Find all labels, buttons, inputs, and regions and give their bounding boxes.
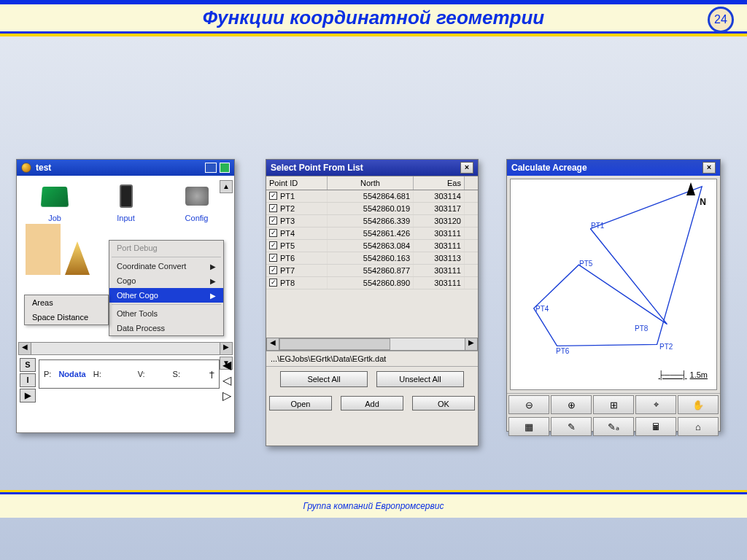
- zoom-window-button[interactable]: ⌖: [635, 395, 676, 414]
- panel-points-title: Select Point From List: [271, 163, 363, 173]
- select-all-button[interactable]: Select All: [280, 371, 368, 387]
- title-band: Функции координатной геометрии 24: [0, 4, 747, 34]
- close-icon[interactable]: ×: [703, 162, 716, 174]
- hscroll-left[interactable]: ◀: [18, 342, 31, 355]
- checkbox-icon[interactable]: ✓: [269, 204, 277, 212]
- battery-icon: [205, 163, 217, 173]
- menu-data-process[interactable]: Data Process: [109, 321, 223, 335]
- table-row[interactable]: ✓PT55542863.084303111: [266, 240, 478, 252]
- rbtn-1[interactable]: ◀: [222, 358, 231, 372]
- tripod-icon: [65, 241, 90, 275]
- label-pt5: PT5: [579, 260, 592, 268]
- table-row[interactable]: ✓PT45542861.426303111: [266, 228, 478, 240]
- status-green-icon: [220, 163, 230, 173]
- panel-acreage-title: Calculate Acreage: [511, 163, 587, 173]
- submenu-areas[interactable]: Areas: [25, 295, 108, 310]
- tbl-hscroll-thumb[interactable]: [279, 338, 390, 350]
- toolbar-row-2: ▦ ✎ ✎ₐ 🖩 ⌂: [507, 416, 720, 438]
- table-row[interactable]: ✓PT75542860.877303111: [266, 265, 478, 277]
- menu-other-cogo[interactable]: Other Cogo▶: [109, 288, 223, 303]
- pda-icon: [120, 184, 133, 208]
- checkbox-icon[interactable]: ✓: [269, 266, 277, 274]
- tbl-hscroll-right[interactable]: ▶: [465, 338, 478, 351]
- checkbox-icon[interactable]: ✓: [269, 254, 277, 262]
- checkbox-icon[interactable]: ✓: [269, 217, 277, 225]
- table-hscroll[interactable]: ◀ ▶: [266, 338, 478, 351]
- status-bar: P: Nodata H: V: S: Ϯ: [39, 359, 220, 389]
- slide-number-badge: 24: [708, 7, 734, 33]
- scroll-up-button[interactable]: ▲: [220, 180, 233, 193]
- app-orb-icon: [21, 163, 31, 173]
- slide-title: Функции координатной геометрии: [203, 7, 545, 29]
- file-path: ...\EGJobs\EGrtk\Data\EGrtk.dat: [266, 351, 478, 367]
- table-row[interactable]: ✓PT65542860.163303113: [266, 252, 478, 265]
- btn-i[interactable]: I: [20, 373, 36, 387]
- add-button[interactable]: Add: [341, 396, 403, 411]
- panel-calculate-acreage: Calculate Acreage × N PT1 PT5 PT4 PT6 PT…: [506, 159, 721, 432]
- hscroll-track[interactable]: [31, 342, 220, 355]
- pan-button[interactable]: ✋: [678, 395, 719, 414]
- label-pt4: PT4: [535, 305, 549, 313]
- zoom-out-button[interactable]: ⊖: [508, 395, 549, 414]
- scale-bar: ├───┤1.5m: [659, 370, 708, 379]
- unselect-all-button[interactable]: Unselect All: [376, 371, 464, 387]
- zoom-extents-button[interactable]: ⊞: [593, 395, 634, 414]
- chevron-right-icon: ▶: [210, 292, 216, 300]
- footer-text: Группа компаний Европромсервис: [0, 494, 747, 518]
- submenu-space-distance[interactable]: Space Distance: [25, 310, 108, 324]
- tbl-hscroll-left[interactable]: ◀: [266, 338, 279, 351]
- north-arrow-icon: [686, 182, 695, 195]
- label-pt1: PT1: [591, 222, 604, 230]
- app-job[interactable]: Job: [20, 182, 90, 222]
- panel-test-app: test Job Input Config: [16, 159, 235, 433]
- north-label: N: [700, 197, 706, 207]
- draw1-button[interactable]: ✎: [551, 417, 592, 436]
- hscroll-right[interactable]: ▶: [220, 342, 233, 355]
- rbtn-3[interactable]: ▷: [222, 389, 231, 402]
- panel-test-title-bar: test: [17, 160, 234, 176]
- label-pt2: PT2: [659, 343, 673, 351]
- app-input[interactable]: Input: [91, 182, 160, 222]
- zoom-in-button[interactable]: ⊕: [551, 395, 592, 414]
- menu-port-debug: Port Debug: [109, 241, 223, 255]
- app-cogo[interactable]: [20, 224, 90, 275]
- checkbox-icon[interactable]: ✓: [269, 192, 277, 200]
- menu-cogo[interactable]: Cogo▶: [109, 273, 223, 288]
- checkbox-icon[interactable]: ✓: [269, 241, 277, 249]
- grid-button[interactable]: ▦: [508, 417, 549, 436]
- table-row[interactable]: ✓PT25542860.019303117: [266, 203, 478, 215]
- footer: Группа компаний Европромсервис: [0, 490, 747, 518]
- cogo-menu: Port Debug Coordinate Convert▶ Cogo▶ Oth…: [109, 240, 224, 336]
- open-button[interactable]: Open: [269, 396, 332, 411]
- status-nodata: Nodata: [58, 370, 85, 378]
- panel-acreage-title-bar: Calculate Acreage ×: [507, 160, 720, 176]
- checkbox-icon[interactable]: ✓: [269, 229, 277, 237]
- btn-s[interactable]: S: [20, 358, 36, 372]
- book-icon: [41, 187, 69, 207]
- acreage-canvas[interactable]: N PT1 PT5 PT4 PT6 PT8 PT2 ├───┤1.5m: [510, 179, 717, 390]
- draw2-button[interactable]: ✎ₐ: [593, 417, 634, 436]
- menu-other-tools[interactable]: Other Tools: [109, 306, 223, 321]
- left-tool-column: S I ▶: [20, 358, 36, 402]
- home-button[interactable]: ⌂: [678, 417, 719, 436]
- panel-points-title-bar: Select Point From List ×: [266, 160, 478, 176]
- ok-button[interactable]: OK: [412, 396, 475, 411]
- calc-button[interactable]: 🖩: [635, 417, 676, 436]
- table-row[interactable]: ✓PT15542864.681303114: [266, 190, 478, 203]
- col-point-id[interactable]: Point ID: [266, 176, 328, 190]
- antenna-icon: Ϯ: [209, 370, 214, 379]
- gears-icon: [185, 187, 209, 206]
- chevron-right-icon: ▶: [210, 277, 216, 285]
- table-header: Point ID North Eas: [266, 176, 478, 190]
- label-pt6: PT6: [556, 347, 569, 355]
- table-row[interactable]: ✓PT35542866.339303120: [266, 215, 478, 228]
- col-north[interactable]: North: [328, 176, 414, 190]
- col-east[interactable]: Eas: [414, 176, 465, 190]
- menu-coord-convert[interactable]: Coordinate Convert▶: [109, 259, 223, 273]
- checkbox-icon[interactable]: ✓: [269, 279, 277, 287]
- close-icon[interactable]: ×: [460, 162, 473, 174]
- rbtn-2[interactable]: ◁: [222, 373, 231, 387]
- horizontal-scrollbar[interactable]: ◀ ▶: [18, 342, 233, 355]
- table-row[interactable]: ✓PT85542860.890303111: [266, 277, 478, 289]
- btn-play[interactable]: ▶: [20, 389, 36, 402]
